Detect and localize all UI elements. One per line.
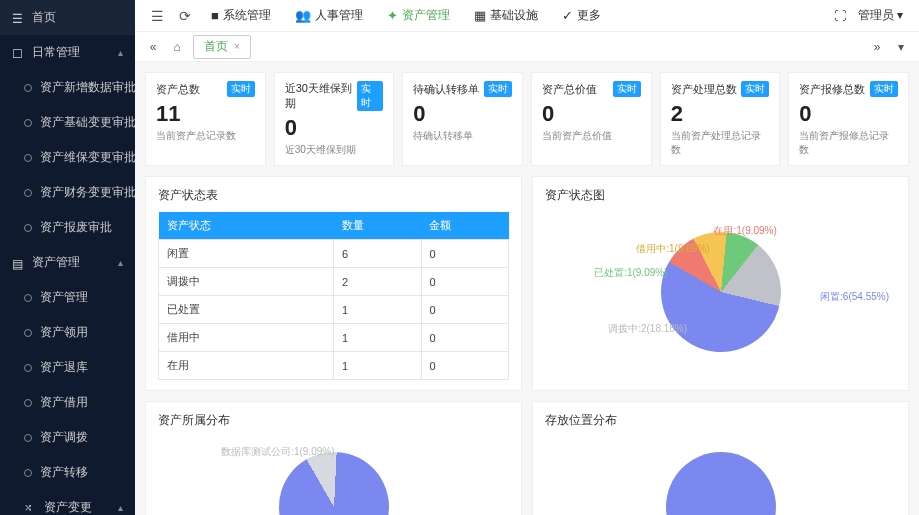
location-chart-panel: 存放位置分布: [532, 401, 909, 515]
table-header: 数量: [334, 212, 422, 240]
sidebar-group-label: 日常管理: [32, 44, 118, 61]
sidebar-item-label: 资产转移: [40, 464, 123, 481]
table-cell: 在用: [159, 352, 334, 380]
table-cell: 1: [334, 352, 422, 380]
stat-badge: 实时: [484, 81, 512, 97]
refresh-icon[interactable]: ⟳: [171, 8, 199, 24]
sidebar-item-label: 资产维保变更审批: [40, 149, 135, 166]
sidebar-item[interactable]: 资产退库: [0, 350, 135, 385]
stat-card: 资产报修总数实时 0 当前资产报修总记录数: [788, 72, 909, 166]
stat-desc: 当前资产总记录数: [156, 129, 255, 143]
calendar-icon: ☐: [12, 47, 24, 59]
stat-desc: 近30天维保到期: [285, 143, 384, 157]
chevron-up-icon: ▴: [118, 257, 123, 268]
table-cell: 1: [334, 324, 422, 352]
sidebar-item-label: 资产报废审批: [40, 219, 123, 236]
nav-label: 系统管理: [223, 7, 271, 24]
bullet-icon: [24, 84, 32, 92]
tab-label: 首页: [204, 38, 228, 55]
stat-card: 近30天维保到期实时 0 近30天维保到期: [274, 72, 395, 166]
location-pie-chart: [545, 437, 896, 515]
stat-badge: 实时: [741, 81, 769, 97]
chevron-up-icon: ▴: [118, 47, 123, 58]
status-table-panel: 资产状态表 资产状态 数量 金额 闲置60 调拨中20 已处置10 借用中10: [145, 176, 522, 391]
nav-label: 人事管理: [315, 7, 363, 24]
stat-card: 待确认转移单实时 0 待确认转移单: [402, 72, 523, 166]
panel-title: 资产所属分布: [158, 412, 509, 429]
nav-infra[interactable]: ▦基础设施: [462, 0, 550, 31]
pie-label: 已处置:1(9.09%): [594, 266, 667, 280]
stat-title: 待确认转移单: [413, 82, 479, 97]
sidebar-item-label: 资产新增数据审批: [40, 79, 135, 96]
close-icon[interactable]: ×: [234, 41, 240, 52]
sidebar-item[interactable]: 资产报废审批: [0, 210, 135, 245]
sidebar-group-daily[interactable]: ☐ 日常管理 ▴: [0, 35, 135, 70]
table-header: 金额: [421, 212, 509, 240]
tabs-prev-icon[interactable]: «: [141, 40, 165, 54]
bullet-icon: [24, 294, 32, 302]
sidebar-item[interactable]: 资产领用: [0, 315, 135, 350]
stat-badge: 实时: [870, 81, 898, 97]
user-menu[interactable]: 管理员 ▾: [858, 7, 903, 24]
sidebar-item-label: 资产调拨: [40, 429, 123, 446]
stat-number: 0: [413, 101, 512, 127]
table-cell: 已处置: [159, 296, 334, 324]
asset-nav-icon: ✦: [387, 8, 398, 23]
fullscreen-icon[interactable]: ⛶: [834, 9, 846, 23]
nav-hr[interactable]: 👥人事管理: [283, 0, 375, 31]
stat-desc: 当前资产总价值: [542, 129, 641, 143]
table-row: 闲置60: [159, 240, 509, 268]
tabs-menu-icon[interactable]: ▾: [889, 40, 913, 54]
sidebar-item[interactable]: 资产新增数据审批: [0, 70, 135, 105]
bullet-icon: [24, 399, 32, 407]
sidebar-item[interactable]: 资产调拨: [0, 420, 135, 455]
panel-title: 存放位置分布: [545, 412, 896, 429]
pie-label: 数据库测试公司:1(9.09%): [221, 445, 334, 459]
sidebar-item[interactable]: 资产基础变更审批: [0, 105, 135, 140]
status-chart-panel: 资产状态图 在用:1(9.09%) 借用中:1(9.09%) 已处置:1(9.0…: [532, 176, 909, 391]
tabs-next-icon[interactable]: »: [865, 40, 889, 54]
tab-home[interactable]: 首页 ×: [193, 35, 251, 59]
asset-icon: ▤: [12, 257, 24, 269]
nav-label: 更多: [577, 7, 601, 24]
sidebar-item[interactable]: ⤭资产变更▴: [0, 490, 135, 515]
stat-desc: 当前资产报修总记录数: [799, 129, 898, 157]
table-row: 在用10: [159, 352, 509, 380]
table-cell: 0: [421, 296, 509, 324]
sidebar-item[interactable]: 资产财务变更审批: [0, 175, 135, 210]
status-table: 资产状态 数量 金额 闲置60 调拨中20 已处置10 借用中10 在用10: [158, 212, 509, 380]
bullet-icon: [24, 329, 32, 337]
menu-toggle-icon[interactable]: ☰: [143, 8, 171, 24]
bullet-icon: [24, 119, 32, 127]
nav-system[interactable]: ■系统管理: [199, 0, 283, 31]
stat-card: 资产总价值实时 0 当前资产总价值: [531, 72, 652, 166]
pie-label: 借用中:1(9.09%): [636, 242, 709, 256]
sidebar-item[interactable]: 资产转移: [0, 455, 135, 490]
table-cell: 0: [421, 268, 509, 296]
sidebar-item[interactable]: 资产借用: [0, 385, 135, 420]
bullet-icon: [24, 434, 32, 442]
sidebar-item-label: 资产变更: [44, 499, 118, 515]
stat-badge: 实时: [227, 81, 255, 97]
belong-chart-panel: 资产所属分布 数据库测试公司:1(9.09%): [145, 401, 522, 515]
table-cell: 闲置: [159, 240, 334, 268]
bullet-icon: [24, 224, 32, 232]
stat-title: 近30天维保到期: [285, 81, 357, 111]
check-icon: ✓: [562, 8, 573, 23]
stat-number: 0: [285, 115, 384, 141]
stats-row: 资产总数实时 11 当前资产总记录数 近30天维保到期实时 0 近30天维保到期…: [145, 72, 909, 166]
table-row: 借用中10: [159, 324, 509, 352]
table-cell: 1: [334, 296, 422, 324]
sidebar-home[interactable]: ☰ 首页: [0, 0, 135, 35]
sidebar-item[interactable]: 资产管理: [0, 280, 135, 315]
sidebar-item[interactable]: 资产维保变更审批: [0, 140, 135, 175]
nav-asset[interactable]: ✦资产管理: [375, 0, 462, 31]
tabs-home-icon[interactable]: ⌂: [165, 40, 189, 54]
sidebar-item-label: 资产借用: [40, 394, 123, 411]
content[interactable]: 资产总数实时 11 当前资产总记录数 近30天维保到期实时 0 近30天维保到期…: [135, 62, 919, 515]
stat-number: 0: [542, 101, 641, 127]
home-icon: ☰: [12, 12, 24, 24]
topnav: ☰ ⟳ ■系统管理 👥人事管理 ✦资产管理 ▦基础设施 ✓更多 ⛶ 管理员 ▾: [135, 0, 919, 32]
sidebar-group-asset[interactable]: ▤ 资产管理 ▴: [0, 245, 135, 280]
nav-more[interactable]: ✓更多: [550, 0, 613, 31]
